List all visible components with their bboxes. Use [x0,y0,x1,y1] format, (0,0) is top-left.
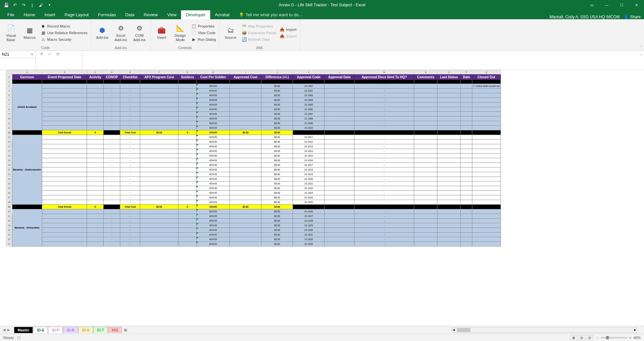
cell[interactable]: - [120,195,140,200]
cell[interactable]: - [120,149,140,154]
cell[interactable] [42,149,87,154]
cell[interactable]: #DIV/0! [197,158,230,163]
cell[interactable]: $0.00 [261,135,293,140]
cell[interactable] [414,163,437,168]
cell[interactable] [472,89,501,93]
sheet-tab-id-r[interactable]: ID-R [63,327,78,333]
cell[interactable] [230,112,261,116]
cell[interactable]: - [120,135,140,140]
cell[interactable] [324,242,354,246]
cell[interactable] [437,219,461,223]
cell[interactable]: 22-1023 [293,191,324,195]
cell[interactable] [178,154,197,158]
cell[interactable]: $0.00 [261,126,293,130]
cell[interactable] [230,186,261,191]
cell[interactable] [414,205,437,209]
cell[interactable] [437,191,461,195]
cell[interactable]: #DIV/0! [197,219,230,223]
cell[interactable]: 22-1030 [293,228,324,233]
cell[interactable] [140,242,178,246]
tab-home[interactable]: Home [19,10,40,19]
cell[interactable]: - [354,89,414,93]
cell[interactable] [42,237,87,242]
cell[interactable] [437,154,461,158]
cell[interactable] [230,177,261,181]
cell[interactable]: 22-1026 [293,209,324,214]
cell[interactable]: - [120,191,140,195]
cell[interactable] [414,126,437,130]
cell[interactable]: #DIV/0! [197,112,230,116]
cell[interactable] [437,144,461,149]
cell[interactable] [178,168,197,172]
cell[interactable]: #DIV/0! [197,209,230,214]
cell[interactable]: - [104,214,120,219]
cell[interactable] [230,121,261,126]
cell[interactable] [461,130,472,135]
cell[interactable] [42,168,87,172]
cell[interactable]: USAG Ansbach [12,84,42,130]
cell[interactable]: #DIV/0! [197,233,230,237]
cell[interactable] [414,242,437,246]
cell[interactable]: $0.00 [261,219,293,223]
cell[interactable]: 22-1003 [293,93,324,98]
cell[interactable] [178,84,197,89]
cell[interactable]: Bavaria - Hohenfels [12,209,42,246]
tab-formulas[interactable]: Formulas [93,10,121,19]
tab-review[interactable]: Review [139,10,163,19]
cell[interactable] [230,144,261,149]
cell[interactable] [437,80,461,84]
cell[interactable]: - [354,186,414,191]
cell[interactable] [461,102,472,107]
row-header[interactable]: 12 [6,126,12,130]
cell[interactable]: #DIV/0! [197,89,230,93]
cell[interactable] [87,191,104,195]
scroll-left-icon[interactable]: ◀ [452,328,456,331]
cell[interactable]: #DIV/0! [197,154,230,158]
zoom-thumb[interactable] [606,336,609,339]
cell[interactable]: $0.00 [261,130,293,135]
col-header[interactable]: Q [472,70,501,74]
cell[interactable] [472,228,501,233]
cell[interactable] [178,89,197,93]
cell[interactable] [230,223,261,228]
row-header[interactable]: 32 [6,219,12,223]
cell[interactable] [178,237,197,242]
cell[interactable] [230,89,261,93]
page-layout-view-button[interactable]: ▤ [578,335,585,340]
cell[interactable] [87,116,104,121]
cell[interactable]: Approved Docs Sent To HQ? [354,74,414,80]
cell[interactable] [414,219,437,223]
cell[interactable] [472,130,501,135]
cell[interactable] [42,214,87,219]
cell[interactable] [472,80,501,84]
cell[interactable] [414,191,437,195]
cell[interactable]: 22-1007 [293,112,324,116]
cell[interactable]: - [120,98,140,102]
expansion-packs-button[interactable]: 📦Expansion Packs [241,30,277,36]
cell[interactable] [87,98,104,102]
cell[interactable] [140,237,178,242]
cell[interactable] [324,237,354,242]
cell[interactable]: 22-1015 [293,154,324,158]
cell[interactable] [472,177,501,181]
cell[interactable]: - [354,214,414,219]
cell[interactable]: #DIV/0! [197,144,230,149]
cell[interactable] [230,84,261,89]
cell[interactable] [437,205,461,209]
cell[interactable]: - [104,144,120,149]
cell[interactable] [230,200,261,205]
cell[interactable] [87,195,104,200]
cell[interactable] [178,98,197,102]
cell[interactable]: 0 [87,205,104,209]
refresh-data-button[interactable]: 🔄Refresh Data [241,36,277,42]
cell[interactable] [324,121,354,126]
cell[interactable] [42,154,87,158]
row-header[interactable]: 11 [6,121,12,126]
col-header[interactable]: M [354,70,414,74]
cell[interactable]: - [120,223,140,228]
view-code-button[interactable]: 📄View Code [191,30,217,36]
cell[interactable]: #DIV/0! [197,191,230,195]
cell[interactable] [324,116,354,121]
cell[interactable] [437,112,461,116]
cell[interactable] [461,163,472,168]
